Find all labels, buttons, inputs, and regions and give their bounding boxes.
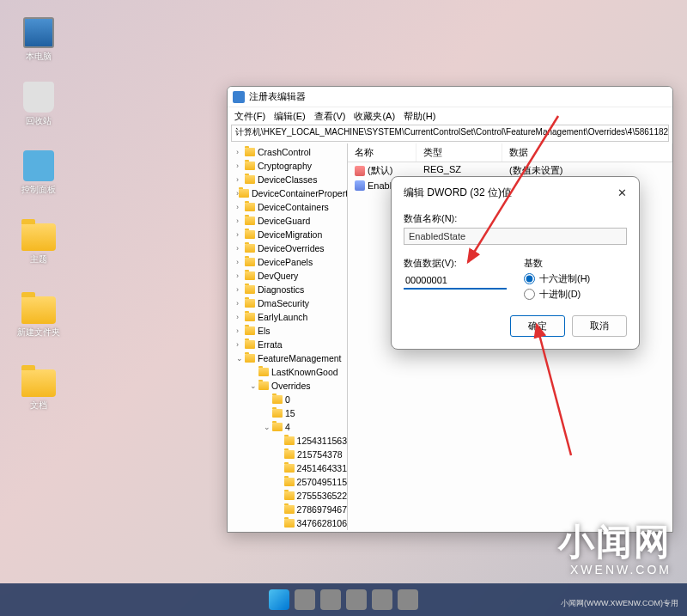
radio-dec[interactable]: 十进制(D) [524,288,627,301]
tree-node[interactable]: 3476628106 [228,516,347,530]
tree-label: 3476628106 [297,517,347,529]
value-data-field[interactable] [404,272,507,290]
col-name[interactable]: 名称 [348,143,416,162]
folder-icon [245,354,255,363]
tree-node[interactable]: DevQuery [228,269,347,283]
tree-node[interactable]: LastKnownGood [228,365,347,379]
desktop-icon-folder[interactable]: 文档 [13,369,64,412]
tree-node[interactable]: 2755536522 [228,489,347,503]
watermark-text: 小闻网 [558,518,672,566]
tree-node[interactable]: Diagnostics [228,283,347,296]
desktop-icon-folder[interactable]: 主题 [13,223,64,265]
tree-node[interactable]: 215754378 [228,448,347,461]
cancel-button[interactable]: 取消 [572,315,627,337]
folder-icon [272,423,283,431]
folder-icon [284,478,295,486]
start-button[interactable] [269,589,289,610]
tree-label: DevQuery [258,270,298,282]
radio-hex[interactable]: 十六进制(H) [524,272,627,285]
menu-help[interactable]: 帮助(H) [404,110,435,123]
menu-favorites[interactable]: 收藏夹(A) [354,110,395,123]
folder-icon [245,175,255,184]
tree-node[interactable]: DeviceMigration [228,228,347,241]
tree-label: CrashControl [258,146,311,158]
menu-edit[interactable]: 编辑(E) [274,110,306,123]
ok-button[interactable]: 确定 [510,315,565,337]
tree-node[interactable]: DeviceOverrides [228,241,347,255]
close-icon[interactable]: ✕ [617,186,627,199]
icon-label: 新建文件夹 [13,326,64,338]
tree-node[interactable]: EarlyLaunch [228,310,347,324]
folder-icon [272,395,283,404]
tree-node[interactable]: 4 [228,420,347,434]
regedit-icon [233,91,245,103]
tree-node[interactable]: CrashControl [228,145,347,159]
folder-icon [245,271,255,280]
tree-node[interactable]: 2786979467 [228,503,347,516]
menu-view[interactable]: 查看(V) [314,110,346,123]
value-name-field[interactable] [404,228,627,245]
desktop-icon-folder[interactable]: 新建文件夹 [13,296,64,338]
tree-label: DeviceContainerPropertyUpda [252,187,348,199]
folder-icon [284,505,295,514]
tree-node[interactable]: FeatureManagement [228,351,347,365]
window-title: 注册表编辑器 [249,90,306,103]
taskbar-search-icon[interactable] [295,589,315,610]
address-bar[interactable]: 计算机\HKEY_LOCAL_MACHINE\SYSTEM\CurrentCon… [231,125,669,142]
folder-icon [245,340,255,349]
desktop-icon-pc[interactable]: 本电脑 [13,17,64,63]
tree-node[interactable]: DevicePanels [228,255,347,269]
icon-label: 控制面板 [13,184,64,196]
menu-bar: 文件(F) 编辑(E) 查看(V) 收藏夹(A) 帮助(H) [228,107,672,125]
tree-label: DmaSecurity [258,297,309,309]
tree-node[interactable]: DeviceContainers [228,200,347,214]
icon-label: 回收站 [13,115,64,127]
folder-icon [284,436,295,445]
tree-node[interactable]: 2451464331 [228,461,347,475]
tree-label: DeviceClasses [258,174,317,186]
dialog-title: 编辑 DWORD (32 位)值 [404,186,512,200]
tree-node[interactable]: 0 [228,393,347,406]
folder-icon [245,258,255,266]
folder-icon [258,368,269,376]
tree-label: DeviceMigration [258,229,322,241]
value-name-label: 数值名称(N): [404,212,627,225]
tree-node[interactable]: DeviceGuard [228,214,347,228]
folder-icon [245,203,255,211]
tree-node[interactable]: Overrides [228,379,347,393]
string-value-icon [355,166,365,176]
menu-file[interactable]: 文件(F) [234,110,265,123]
col-data[interactable]: 数据 [502,143,672,162]
tree-node[interactable]: 1254311563 [228,434,347,448]
tree-pane[interactable]: CrashControlCryptographyDeviceClassesDev… [228,143,348,530]
taskbar-app-icon[interactable] [398,589,418,610]
taskbar-app-icon[interactable] [372,589,392,610]
taskbar[interactable]: 小闻网(WWW.XWENW.COM)专用 [0,583,687,616]
tree-label: DeviceOverrides [258,242,325,254]
desktop-icon-recycle-bin[interactable]: 回收站 [13,82,64,127]
folder-icon [245,217,255,225]
tree-node[interactable]: Errata [228,338,347,351]
watermark: 小闻网 XWENW.COM [558,518,672,576]
desktop-icon-control-panel[interactable]: 控制面板 [13,150,64,196]
tree-node[interactable]: DeviceClasses [228,173,347,186]
taskbar-explorer-icon[interactable] [346,589,367,610]
tree-node[interactable]: DeviceContainerPropertyUpda [228,186,347,200]
folder-icon [245,313,255,321]
taskbar-taskview-icon[interactable] [320,589,341,610]
taskbar-tray[interactable]: 小闻网(WWW.XWENW.COM)专用 [561,598,678,609]
tree-node[interactable]: 15 [228,406,347,420]
tree-label: DeviceGuard [258,215,310,227]
tree-label: DeviceContainers [258,201,329,213]
value-data-label: 数值数据(V): [404,257,507,270]
col-type[interactable]: 类型 [416,143,502,162]
tree-label: 1254311563 [297,435,347,447]
window-titlebar[interactable]: 注册表编辑器 [228,87,672,107]
tree-label: Diagnostics [258,284,304,296]
tree-node[interactable]: DmaSecurity [228,296,347,310]
icon-label: 主题 [13,253,64,265]
tree-label: 4 [285,421,290,433]
tree-node[interactable]: Cryptography [228,159,347,173]
tree-node[interactable]: Els [228,324,347,338]
tree-node[interactable]: 2570495115 [228,475,347,489]
